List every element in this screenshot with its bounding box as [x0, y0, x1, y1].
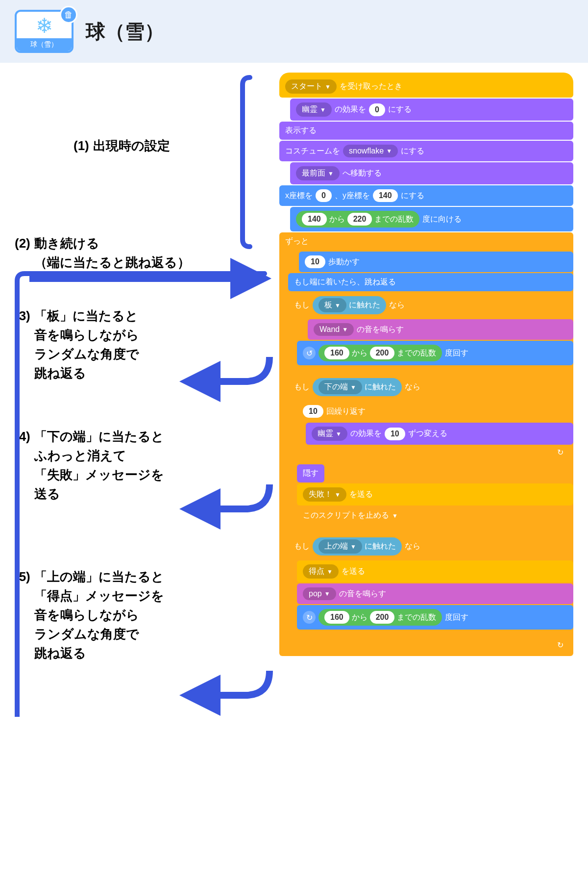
main-content: (1) 出現時の設定 (2) 動き続ける （端に当たると跳ね返る） (3) 「板… — [0, 63, 588, 717]
loop-bracket — [216, 269, 274, 717]
sprite-card[interactable]: 🗑 ❄ 球（雪） — [15, 10, 74, 53]
page-title: 球（雪） — [86, 18, 164, 45]
annotations-column: (1) 出現時の設定 (2) 動き続ける （端に当たると跳ね返る） (3) 「板… — [15, 73, 211, 687]
block-stop-script[interactable]: このスクリプトを止める ▼ — [297, 506, 573, 525]
block-if-bottom[interactable]: もし 下の端 ▼ に触れた なら 10 回繰り返す — [288, 374, 573, 532]
block-play-pop[interactable]: pop ▼ の音を鳴らす — [297, 583, 573, 604]
note-1: (1) 出現時の設定 — [74, 136, 211, 155]
block-repeat[interactable]: 10 回繰り返す 幽霊 ▼ の効果を 10 ずつ変える — [297, 401, 573, 463]
note-2: (2) 動き続ける （端に当たると跳ね返る） — [15, 234, 211, 272]
block-costume[interactable]: コスチュームを snowflake ▼ にする — [279, 141, 573, 161]
delete-icon[interactable]: 🗑 — [60, 6, 77, 24]
block-when-receive[interactable]: スタート ▼ を受け取ったとき — [279, 73, 573, 98]
block-forever[interactable]: ずっと 10 歩動かす もし端に着いたら、跳ね返る もし 板 ▼ に触れた — [279, 232, 573, 656]
sensing-touching[interactable]: 板 ▼ に触れた — [313, 296, 386, 314]
block-move-steps[interactable]: 10 歩動かす — [299, 252, 573, 272]
block-broadcast-score[interactable]: 得点 ▼ を送る — [297, 560, 573, 582]
block-bounce-edge[interactable]: もし端に着いたら、跳ね返る — [288, 273, 573, 291]
block-hide[interactable]: 隠す — [297, 464, 324, 482]
block-goto-xy[interactable]: x座標を 0 、y座標を 140 にする — [279, 185, 573, 206]
block-set-ghost[interactable]: 幽霊 ▼ の効果を 0 にする — [290, 99, 573, 121]
header: 🗑 ❄ 球（雪） 球（雪） — [0, 0, 588, 63]
note-5: (5) 「上の端」に当たると 「得点」メッセージを 音を鳴らしながら ランダムな… — [15, 567, 211, 663]
bracket-arrow-1 — [216, 73, 274, 249]
block-show[interactable]: 表示する — [279, 122, 573, 140]
rotate-ccw-icon: ↺ — [303, 347, 316, 359]
operator-random[interactable]: 140 から 220 までの乱数 — [296, 211, 419, 228]
arrows-column — [216, 73, 274, 687]
note-3: (3) 「板」に当たると 音を鳴らしながら ランダムな角度で 跳ね返る — [15, 306, 211, 383]
block-turn-cw[interactable]: ↻ 160 から 200 までの乱数 度回す — [297, 605, 573, 630]
block-change-ghost[interactable]: 幽霊 ▼ の効果を 10 ずつ変える — [306, 423, 573, 445]
note-4: (4) 「下の端」に当たると ふわっと消えて 「失敗」メッセージを 送る — [15, 427, 211, 504]
sprite-card-label: 球（雪） — [17, 38, 72, 51]
block-play-wand[interactable]: Wand ▼ の音を鳴らす — [308, 319, 573, 340]
rotate-cw-icon: ↻ — [303, 611, 316, 624]
loop-arrow-icon: ↻ — [279, 639, 573, 650]
chevron-down-icon: ▼ — [325, 83, 331, 90]
block-turn-ccw[interactable]: ↺ 160 から 200 までの乱数 度回す — [297, 341, 573, 365]
block-layer[interactable]: 最前面 ▼ へ移動する — [290, 162, 573, 184]
block-broadcast-fail[interactable]: 失敗！ ▼ を送る — [297, 483, 573, 506]
block-point-direction[interactable]: 140 から 220 までの乱数 度に向ける — [290, 207, 573, 231]
block-if-board[interactable]: もし 板 ▼ に触れた なら Wand ▼ の音を鳴らす ↺ — [288, 292, 573, 373]
loop-arrow-icon: ↻ — [297, 447, 573, 457]
blocks-column: スタート ▼ を受け取ったとき 幽霊 ▼ の効果を 0 にする 表示する コスチ… — [279, 73, 573, 687]
block-if-top[interactable]: もし 上の端 ▼ に触れた なら 得点 ▼ を送る pop ▼ — [288, 533, 573, 637]
